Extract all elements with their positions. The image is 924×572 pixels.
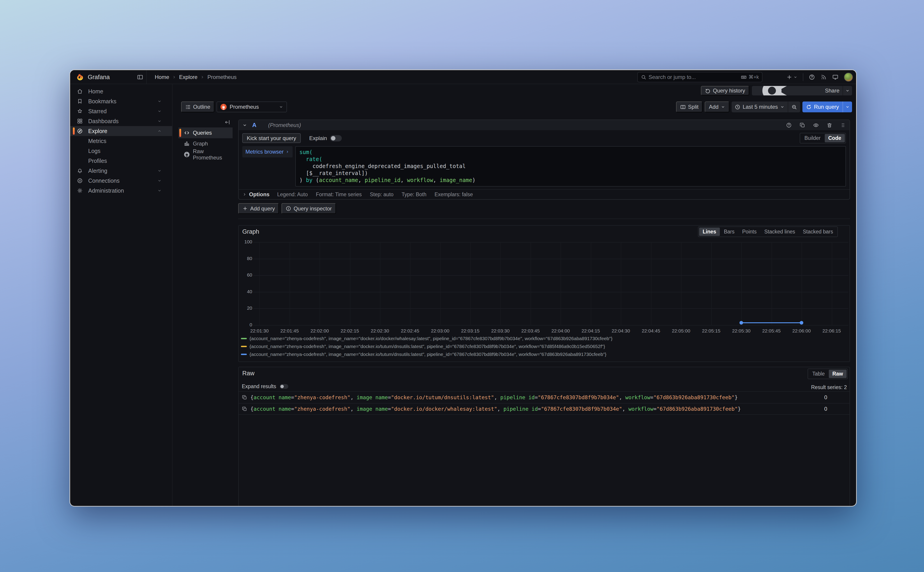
gridline — [260, 242, 260, 325]
sidebar-item-explore[interactable]: Explore — [70, 126, 172, 136]
query-history-button[interactable]: Query history — [701, 86, 749, 95]
x-axis-tick-label: 22:03:00 — [424, 328, 456, 334]
prometheus-icon — [220, 104, 227, 110]
run-query-button[interactable]: Run query — [803, 101, 852, 112]
gridline — [561, 242, 561, 325]
legend-item[interactable]: {account_name="zhenya-codefresh", image_… — [241, 342, 613, 350]
query-ref-id: A — [252, 121, 257, 129]
gear-icon — [77, 188, 83, 194]
series-point — [800, 321, 803, 325]
graph-mode-bars[interactable]: Bars — [720, 228, 738, 236]
expand-results-control: Expand results — [242, 384, 288, 390]
add-query-button[interactable]: Add query — [238, 203, 279, 214]
star-icon — [77, 108, 83, 114]
grafana-logo-icon — [76, 73, 84, 81]
graph-mode-stacked-bars[interactable]: Stacked bars — [799, 228, 837, 236]
x-axis-tick-label: 22:03:15 — [454, 328, 486, 334]
graph-mode-points[interactable]: Points — [739, 228, 760, 236]
editor-mode-builder[interactable]: Builder — [801, 134, 824, 142]
nav-sidebar: HomeBookmarksStarredDashboardsExploreMet… — [70, 84, 173, 506]
collapse-pane-icon[interactable] — [224, 119, 230, 125]
copy-icon[interactable] — [242, 395, 247, 400]
expand-results-toggle[interactable] — [280, 384, 288, 389]
result-series-count: Result series: 2 — [811, 384, 847, 390]
sidebar-item-administration[interactable]: Administration — [70, 186, 172, 196]
copy-icon[interactable] — [242, 406, 247, 412]
chevron-down-icon — [157, 168, 162, 173]
datasource-picker[interactable]: Prometheus — [216, 101, 287, 112]
gridline — [530, 242, 531, 325]
explore-sidebar-item-graph[interactable]: Graph — [179, 138, 233, 149]
metrics-browser-button[interactable]: Metrics browser — [242, 146, 292, 157]
toggle-visibility-icon[interactable] — [813, 122, 819, 128]
outline-icon — [185, 104, 191, 110]
raw-panel-title: Raw — [242, 370, 255, 377]
explore-sidebar-item-queries[interactable]: Queries — [179, 127, 233, 138]
time-range-picker[interactable]: Last 5 minutes — [731, 101, 788, 112]
x-axis-tick-label: 22:03:30 — [485, 328, 516, 334]
y-axis-tick-label: 20 — [239, 305, 252, 311]
options-summary: Legend: AutoFormat: Time seriesStep: aut… — [277, 191, 481, 197]
grafana-window: Grafana HomeExplorePrometheus Search or … — [70, 70, 857, 507]
promql-code-line: ) by (account_name, pipeline_id, workflo… — [299, 177, 842, 184]
option-summary-item: Format: Time series — [316, 191, 362, 197]
search-input[interactable]: Search or jump to... ⌘+k — [637, 72, 762, 82]
display-icon[interactable] — [832, 74, 838, 80]
query-help-icon[interactable] — [786, 122, 792, 128]
raw-view-raw[interactable]: Raw — [829, 370, 847, 378]
promql-code-editor[interactable]: sum( rate( codefresh_engine_deprecated_i… — [295, 146, 846, 187]
delete-query-icon[interactable] — [826, 122, 832, 128]
raw-view-table[interactable]: Table — [809, 370, 828, 378]
legend-swatch — [241, 346, 247, 347]
sidebar-item-alerting[interactable]: Alerting — [70, 166, 172, 176]
sidebar-item-connections[interactable]: Connections — [70, 176, 172, 186]
sidebar-item-metrics[interactable]: Metrics — [70, 136, 172, 146]
help-icon[interactable] — [809, 74, 815, 80]
sidebar-item-logs[interactable]: Logs — [70, 146, 172, 156]
outline-button[interactable]: Outline — [181, 101, 214, 112]
legend-item[interactable]: {account_name="zhenya-codefresh", image_… — [241, 350, 613, 358]
new-button[interactable] — [786, 74, 798, 80]
news-icon[interactable] — [820, 74, 827, 80]
split-button[interactable]: Split — [676, 101, 703, 112]
sidebar-item-bookmarks[interactable]: Bookmarks — [70, 96, 172, 106]
query-datasource-hint: (Prometheus) — [268, 122, 301, 128]
option-summary-item: Exemplars: false — [434, 191, 473, 197]
breadcrumb-item[interactable]: Explore — [179, 74, 198, 80]
query-options-row[interactable]: Options Legend: AutoFormat: Time seriesS… — [239, 189, 849, 199]
sidebar-toggle-icon[interactable] — [137, 74, 143, 80]
sidebar-item-starred[interactable]: Starred — [70, 106, 172, 116]
kick-start-button[interactable]: Kick start your query — [242, 133, 301, 143]
graph-mode-stacked-lines[interactable]: Stacked lines — [761, 228, 799, 236]
explore-sidebar-item-raw-prometheus[interactable]: Raw Prometheus — [179, 149, 233, 160]
add-button[interactable]: Add — [705, 101, 729, 112]
duplicate-query-icon[interactable] — [800, 122, 805, 128]
raw-series-value: 0 — [804, 394, 827, 401]
breadcrumb-item[interactable]: Prometheus — [207, 74, 236, 80]
share-button[interactable]: Share — [752, 86, 852, 95]
search-placeholder: Search or jump to... — [649, 74, 739, 80]
avatar[interactable] — [844, 73, 853, 82]
expand-results-label: Expand results — [242, 384, 276, 390]
zoom-out-button[interactable] — [788, 101, 800, 112]
explain-toggle[interactable] — [330, 135, 342, 141]
chevron-down-icon — [845, 89, 850, 93]
breadcrumb: HomeExplorePrometheus — [155, 70, 236, 84]
y-axis-tick-label: 0 — [239, 322, 252, 328]
query-row-header[interactable]: A (Prometheus) — [239, 120, 849, 130]
drag-handle-icon[interactable] — [840, 122, 846, 128]
query-inspector-button[interactable]: Query inspector — [282, 203, 336, 214]
brand-name: Grafana — [88, 70, 110, 84]
editor-mode-code[interactable]: Code — [825, 134, 845, 142]
gridline — [254, 259, 848, 259]
chevron-right-icon — [242, 192, 247, 197]
legend-item[interactable]: {account_name="zhenya-codefresh", image_… — [241, 334, 613, 342]
sidebar-item-profiles[interactable]: Profiles — [70, 156, 172, 166]
graph-mode-lines[interactable]: Lines — [699, 228, 720, 236]
graph-plot-area[interactable] — [254, 242, 848, 325]
sidebar-item-dashboards[interactable]: Dashboards — [70, 116, 172, 126]
breadcrumb-item[interactable]: Home — [155, 74, 169, 80]
chevron-down-icon — [157, 99, 162, 104]
x-axis-tick-label: 22:06:15 — [816, 328, 848, 334]
sidebar-item-home[interactable]: Home — [70, 86, 172, 96]
